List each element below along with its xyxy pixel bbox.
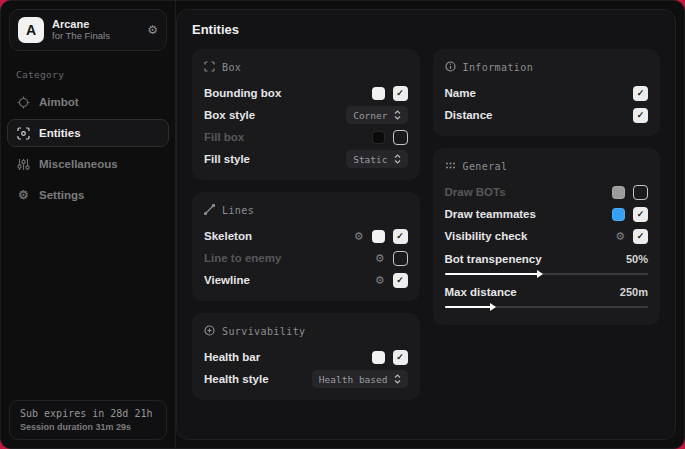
survivability-section: Survivability Health bar Health style [192,313,420,400]
setting-row: Line to enemy ⚙ [204,247,408,269]
setting-label: Draw teammates [445,208,613,220]
box-section: Box Bounding box Box style [192,49,420,180]
slider-fill[interactable] [445,306,492,308]
subscription-status-card: Sub expires in 28d 21h Session duration … [9,400,167,440]
gear-icon[interactable]: ⚙ [375,275,385,286]
sidebar-item-label: Settings [39,189,84,201]
crosshair-icon [17,96,30,109]
page-title: Entities [192,22,660,37]
grid-dots-icon [445,160,456,173]
setting-row: Fill box [204,126,408,148]
setting-row: Bounding box [204,82,408,104]
setting-label: Health style [204,373,312,385]
box-style-dropdown[interactable]: Corner [346,106,407,124]
max-distance-slider[interactable] [445,306,649,308]
dropdown-value: Static [353,154,387,165]
setting-label: Max distance [445,286,620,298]
draw-teammates-checkbox[interactable] [633,207,648,222]
name-checkbox[interactable] [633,86,648,101]
setting-label: Draw BOTs [445,186,613,198]
sidebar-item-label: Miscellaneous [39,158,118,170]
viewline-checkbox[interactable] [393,273,408,288]
chevrons-up-down-icon [394,154,401,164]
gear-icon[interactable]: ⚙ [354,231,364,242]
brand-card: A Arcane for The Finals ⚙ [9,9,167,51]
information-section: Information Name Distance [433,49,661,136]
slider-fill[interactable] [445,273,539,275]
skeleton-checkbox[interactable] [393,229,408,244]
section-title: General [463,161,508,172]
health-bar-checkbox[interactable] [393,350,408,365]
entities-panel: Entities Box Bounding box [176,9,676,440]
info-icon [445,61,456,74]
sidebar-item-label: Entities [39,127,81,139]
section-title: Information [463,62,534,73]
setting-label: Visibility check [445,230,616,242]
fill-box-checkbox[interactable] [393,130,408,145]
general-section: General Draw BOTs Draw teammates [433,148,661,325]
slider-value: 50% [626,253,648,265]
setting-row: Distance [445,104,649,126]
gear-icon[interactable]: ⚙ [615,231,625,242]
chevrons-up-down-icon [394,374,401,384]
color-swatch[interactable] [612,186,625,199]
setting-label: Line to enemy [204,252,375,264]
gear-icon: ⚙ [17,189,30,202]
draw-bots-checkbox[interactable] [633,185,648,200]
setting-label: Fill style [204,153,346,165]
sliders-icon [17,158,30,171]
setting-row: Viewline ⚙ [204,269,408,291]
dropdown-value: Health based [319,374,388,385]
setting-row: Draw BOTs [445,181,649,203]
setting-row: Visibility check ⚙ [445,225,649,247]
dropdown-value: Corner [353,110,387,121]
setting-row: Box style Corner [204,104,408,126]
setting-row: Fill style Static [204,148,408,170]
health-style-dropdown[interactable]: Health based [312,370,408,388]
section-title: Lines [222,205,254,216]
bounding-box-checkbox[interactable] [393,86,408,101]
box-corners-icon [204,61,215,74]
line-to-enemy-checkbox[interactable] [393,251,408,266]
color-swatch[interactable] [372,87,385,100]
sidebar-item-settings[interactable]: ⚙ Settings [7,181,169,209]
health-cross-icon [204,325,215,338]
main-area: Entities Box Bounding box [176,1,684,448]
fill-style-dropdown[interactable]: Static [346,150,407,168]
setting-label: Distance [445,109,634,121]
sidebar-item-aimbot[interactable]: Aimbot [7,88,169,116]
gear-icon[interactable]: ⚙ [375,253,385,264]
slider-value: 250m [620,286,648,298]
chevrons-up-down-icon [394,110,401,120]
bot-transparency-slider-block: Bot transpenency 50% [445,249,649,275]
gear-icon[interactable]: ⚙ [147,24,158,36]
setting-label: Viewline [204,274,375,286]
category-label: Category [16,69,175,80]
setting-label: Box style [204,109,346,121]
color-swatch[interactable] [372,131,385,144]
sidebar-item-miscellaneous[interactable]: Miscellaneous [7,150,169,178]
setting-label: Name [445,87,634,99]
sidebar-item-entities[interactable]: Entities [7,119,169,147]
setting-label: Bounding box [204,87,372,99]
sub-expires-text: Sub expires in 28d 21h [20,408,156,419]
setting-label: Skeleton [204,230,354,242]
scan-icon [17,127,30,140]
sidebar: A Arcane for The Finals ⚙ Category Aimbo… [1,1,176,448]
setting-row: Draw teammates [445,203,649,225]
setting-row: Name [445,82,649,104]
distance-checkbox[interactable] [633,108,648,123]
setting-row: Skeleton ⚙ [204,225,408,247]
session-duration-text: Session duration 31m 29s [20,422,156,432]
bot-transparency-slider[interactable] [445,273,649,275]
visibility-check-checkbox[interactable] [633,229,648,244]
setting-label: Bot transpenency [445,253,626,265]
brand-logo: A [18,17,44,43]
color-swatch[interactable] [372,230,385,243]
brand-subtitle: for The Finals [52,31,110,42]
setting-row: Health bar [204,346,408,368]
color-swatch[interactable] [612,208,625,221]
lines-section: Lines Skeleton ⚙ Line to enemy [192,192,420,301]
color-swatch[interactable] [372,351,385,364]
sidebar-nav: Aimbot Entities Miscellaneous ⚙ Settings [1,88,175,209]
